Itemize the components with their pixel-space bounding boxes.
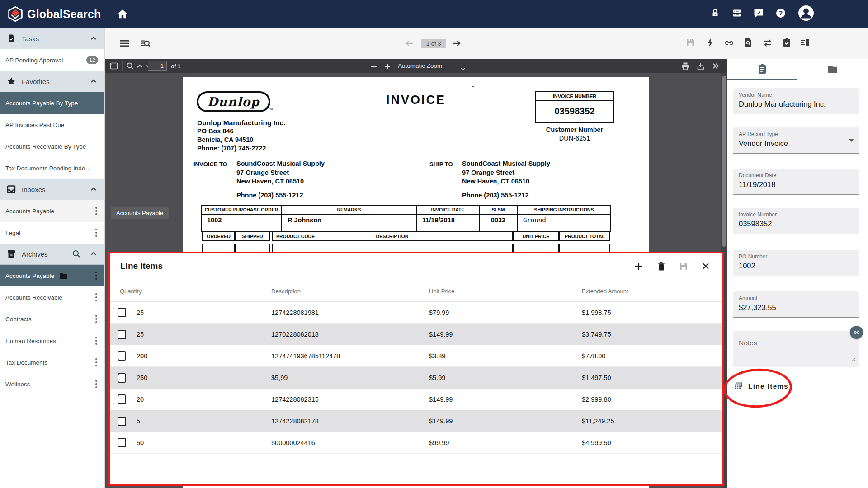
field-document-date[interactable]: Document Date 11/19/2018 bbox=[733, 169, 859, 195]
sidebar-item-accounts-payable-by-type[interactable]: Accounts Payable By Type bbox=[0, 92, 104, 114]
link-document-button[interactable] bbox=[850, 326, 863, 339]
row-checkbox[interactable] bbox=[118, 351, 126, 361]
sidebar-item-inbox-legal[interactable]: Legal bbox=[0, 222, 104, 244]
notes-field[interactable]: Notes bbox=[733, 331, 859, 367]
home-icon[interactable] bbox=[117, 8, 128, 22]
download-icon[interactable] bbox=[696, 61, 705, 72]
lock-icon[interactable] bbox=[710, 8, 721, 20]
panel-layout-icon[interactable] bbox=[800, 38, 810, 49]
resize-handle-icon[interactable] bbox=[851, 356, 856, 364]
archives-section-header[interactable]: Archives bbox=[0, 244, 104, 265]
line-item-row[interactable]: 25 1270228082018 $149.99 $3,749.75 bbox=[110, 324, 722, 345]
kebab-menu-icon[interactable] bbox=[95, 272, 97, 280]
chevron-up-icon[interactable] bbox=[90, 78, 97, 85]
zoom-out-icon[interactable] bbox=[370, 62, 378, 72]
row-checkbox[interactable] bbox=[118, 308, 126, 317]
kebab-menu-icon[interactable] bbox=[95, 337, 97, 345]
field-amount[interactable]: Amount $27,323.55 bbox=[733, 291, 859, 318]
next-document-arrow-icon[interactable] bbox=[451, 38, 463, 51]
delete-line-item-icon[interactable] bbox=[656, 261, 666, 271]
sidebar-item-accounts-receivable-by-type[interactable]: Accounts Receivable By Type bbox=[0, 136, 104, 157]
pdf-previous-page-icon[interactable] bbox=[136, 62, 144, 71]
chevron-up-icon[interactable] bbox=[90, 35, 97, 42]
zoom-caret-icon[interactable] bbox=[460, 65, 466, 73]
po-table-value: 0032 bbox=[480, 215, 518, 231]
more-tools-chevrons-icon[interactable] bbox=[712, 61, 721, 72]
sidebar-item-archive-human-resources[interactable]: Human Resources bbox=[0, 330, 104, 352]
save-icon[interactable] bbox=[685, 38, 695, 49]
brand[interactable]: GlobalSearch bbox=[7, 6, 101, 22]
help-icon[interactable]: ? bbox=[775, 7, 787, 21]
line-item-row[interactable]: 50 500000024416 $99.99 $4,999.50 bbox=[110, 432, 722, 454]
sidebar-item-archive-accounts-receivable[interactable]: Accounts Receivable bbox=[0, 286, 104, 308]
apps-grid-icon[interactable] bbox=[731, 8, 742, 20]
favorites-section-header[interactable]: Favorites bbox=[0, 71, 104, 92]
link-icon[interactable] bbox=[724, 38, 735, 50]
line-items-button[interactable]: Line Items bbox=[733, 381, 788, 391]
sidebar-item-tax-documents-pending[interactable]: Tax Documents Pending Inde… bbox=[0, 157, 104, 179]
cell-quantity: 50 bbox=[137, 439, 271, 446]
close-panel-icon[interactable] bbox=[701, 261, 711, 271]
sidebar-item-archive-contracts[interactable]: Contracts bbox=[0, 308, 104, 330]
pdf-sidebar-toggle-icon[interactable] bbox=[109, 61, 118, 72]
sidebar-item-archive-tax-documents[interactable]: Tax Documents bbox=[0, 352, 104, 373]
scrollbar-thumb[interactable] bbox=[722, 76, 726, 247]
kebab-menu-icon[interactable] bbox=[95, 358, 97, 366]
zoom-in-icon[interactable] bbox=[383, 62, 392, 72]
kebab-menu-icon[interactable] bbox=[95, 380, 97, 388]
chevron-up-icon[interactable] bbox=[90, 250, 97, 258]
pdf-search-icon[interactable] bbox=[126, 61, 135, 72]
print-icon[interactable] bbox=[681, 61, 690, 72]
line-item-row[interactable]: 5 1274228082178 $149.99 $11,249.25 bbox=[110, 410, 722, 432]
sidebar-item-inbox-accounts-payable[interactable]: Accounts Payable bbox=[0, 200, 104, 222]
pdf-page-input[interactable] bbox=[148, 61, 167, 71]
cell-unit-price: $149.99 bbox=[429, 331, 582, 338]
add-line-item-icon[interactable] bbox=[633, 261, 644, 272]
kebab-menu-icon[interactable] bbox=[95, 315, 97, 323]
feedback-chat-icon[interactable] bbox=[753, 8, 764, 20]
clipboard-check-icon[interactable] bbox=[782, 38, 792, 49]
field-po-number[interactable]: PO Number 1002 bbox=[733, 250, 859, 276]
address-line: SoundCoast Musical Supply bbox=[236, 160, 325, 169]
menu-icon[interactable] bbox=[118, 38, 130, 51]
save-line-items-icon[interactable] bbox=[679, 261, 689, 271]
line-item-row[interactable]: 25 1274228081981 $79.99 $1,998.75 bbox=[110, 302, 722, 324]
row-checkbox[interactable] bbox=[118, 394, 126, 404]
detail-header: PRODUCT TOTAL bbox=[559, 231, 610, 241]
swap-arrows-icon[interactable] bbox=[762, 38, 773, 50]
address-phone-line: Phone (203) 555-1212 bbox=[462, 191, 550, 200]
line-item-row[interactable]: 20 1274228082315 $149.99 $2,999.80 bbox=[110, 389, 722, 410]
tab-index-fields[interactable] bbox=[727, 59, 797, 80]
tab-folders[interactable] bbox=[797, 59, 868, 80]
row-checkbox[interactable] bbox=[118, 438, 126, 447]
dropdown-caret-icon[interactable] bbox=[849, 139, 854, 142]
field-vendor-name[interactable]: Vendor Name Dunlop Manufacturing Inc. bbox=[733, 88, 859, 114]
user-avatar[interactable] bbox=[797, 5, 815, 23]
search-results-icon[interactable] bbox=[139, 38, 151, 51]
row-checkbox[interactable] bbox=[118, 330, 126, 339]
sidebar-item-ap-invoices-past-due[interactable]: AP Invoices Past Due bbox=[0, 114, 104, 136]
field-invoice-number[interactable]: Invoice Number 03598352 bbox=[733, 208, 859, 234]
kebab-menu-icon[interactable] bbox=[95, 229, 97, 237]
detail-header: DESCRIPTION bbox=[273, 234, 512, 239]
zoom-select[interactable]: Automatic Zoom bbox=[398, 62, 442, 69]
po-table-header: SHIPPING INSTRUCTIONS bbox=[518, 206, 610, 215]
line-item-row[interactable]: 200 1274741936785112478 $3.89 $778.00 bbox=[110, 345, 722, 367]
chevron-up-icon[interactable] bbox=[90, 186, 97, 193]
row-checkbox[interactable] bbox=[118, 417, 126, 426]
sidebar-item-ap-pending-approval[interactable]: AP Pending Approval 12 bbox=[0, 49, 104, 71]
star-icon bbox=[6, 76, 16, 86]
kebab-menu-icon[interactable] bbox=[95, 293, 97, 301]
actions-lightning-icon[interactable] bbox=[705, 38, 715, 49]
inboxes-section-header[interactable]: Inboxes bbox=[0, 179, 104, 200]
row-checkbox[interactable] bbox=[118, 373, 126, 383]
document-search-icon[interactable] bbox=[743, 38, 753, 49]
tasks-section-header[interactable]: Tasks bbox=[0, 28, 104, 49]
kebab-menu-icon[interactable] bbox=[95, 207, 97, 215]
sidebar-item-archive-accounts-payable[interactable]: Accounts Payable bbox=[0, 265, 104, 286]
previous-document-arrow-icon[interactable] bbox=[403, 38, 415, 51]
line-item-row[interactable]: 250 $5,99 $5.99 $1,497.50 bbox=[110, 367, 722, 389]
sidebar-item-archive-wellness[interactable]: Wellness bbox=[0, 373, 104, 395]
field-ap-record-type[interactable]: AP Record Type Vendor Invoice bbox=[733, 127, 859, 154]
search-icon[interactable] bbox=[72, 249, 81, 258]
